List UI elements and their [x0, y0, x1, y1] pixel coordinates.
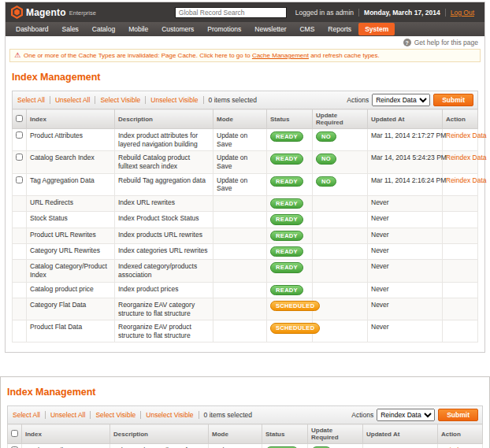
cache-management-link[interactable]: Cache Management: [252, 52, 309, 59]
select-visible-link[interactable]: Select Visible: [90, 411, 140, 419]
row-checkbox[interactable]: [16, 154, 23, 161]
update-required-cell: [313, 212, 368, 228]
column-header-mode[interactable]: Mode: [209, 424, 262, 444]
nav-item-system[interactable]: System: [358, 23, 395, 35]
index-name-cell: URL Redirects: [27, 195, 115, 211]
index-row-catalog-product-price[interactable]: Catalog product priceIndex product price…: [13, 282, 478, 298]
action-cell: Reindex Data: [443, 173, 478, 195]
index-row-product-attributes[interactable]: Product AttributesIndex product attribut…: [8, 444, 483, 448]
select-visible-link[interactable]: Select Visible: [95, 96, 145, 104]
index-row-category-flat-data[interactable]: Category Flat DataReorganize EAV categor…: [13, 298, 478, 320]
nav-item-sales[interactable]: Sales: [56, 23, 85, 35]
index-name-cell: Category URL Rewrites: [27, 243, 115, 259]
select-all-link[interactable]: Select All: [12, 411, 45, 419]
update-required-cell: NO: [313, 173, 368, 195]
submit-button[interactable]: Submit: [433, 94, 473, 106]
help-icon: ?: [403, 39, 411, 46]
nav-item-mobile[interactable]: Mobile: [122, 23, 154, 35]
index-mode-cell: Update on Save: [213, 129, 267, 151]
action-cell: [443, 260, 478, 282]
reindex-data-link[interactable]: Reindex Data: [446, 154, 487, 161]
column-header-action[interactable]: Action: [438, 424, 483, 444]
unselect-all-link[interactable]: Unselect All: [45, 411, 90, 419]
status-cell: READY: [267, 173, 313, 195]
column-header-mode[interactable]: Mode: [213, 109, 267, 129]
admin-window: Magento Enterprise Logged in as admin Mo…: [5, 2, 485, 353]
column-header-description[interactable]: Description: [115, 109, 213, 129]
unselect-all-link[interactable]: Unselect All: [50, 96, 95, 104]
nav-item-newsletter[interactable]: Newsletter: [248, 23, 292, 35]
index-row-category-url-rewrites[interactable]: Category URL RewritesIndex categories UR…: [13, 243, 478, 259]
column-header-updated-at[interactable]: Updated At: [368, 109, 443, 129]
help-link[interactable]: Get help for this page: [414, 39, 478, 46]
row-checkbox-cell[interactable]: [13, 151, 27, 173]
column-header-updated-at[interactable]: Updated At: [363, 424, 438, 444]
header-checkbox-cell: [13, 109, 27, 129]
index-row-stock-status[interactable]: Stock StatusIndex Product Stock StatusRE…: [13, 212, 478, 228]
index-name-cell: Product Attributes: [22, 444, 110, 448]
unselect-visible-link[interactable]: Unselect Visible: [140, 411, 198, 419]
action-cell: [443, 320, 478, 342]
page-title-2: Index Management: [7, 387, 483, 398]
column-header-update-required[interactable]: Update Required: [313, 109, 368, 129]
column-header-index[interactable]: Index: [27, 109, 115, 129]
grid-toolbar-2: Select All Unselect All Select Visible U…: [7, 405, 483, 424]
index-row-product-attributes[interactable]: Product AttributesIndex product attribut…: [13, 129, 478, 151]
index-description-cell: Reorganize EAV product structure to flat…: [115, 320, 213, 342]
update-required-cell: [313, 243, 368, 259]
index-row-product-url-rewrites[interactable]: Product URL RewritesIndex products URL r…: [13, 228, 478, 243]
column-header-status[interactable]: Status: [267, 109, 313, 129]
nav-item-catalog[interactable]: Catalog: [86, 23, 121, 35]
index-mode-cell: Update on Save: [213, 151, 267, 173]
magento-logo[interactable]: Magento Enterprise: [11, 6, 96, 19]
reindex-data-link[interactable]: Reindex Data: [446, 176, 487, 184]
row-checkbox-cell: [13, 212, 27, 228]
submit-button[interactable]: Submit: [438, 409, 478, 421]
select-all-checkbox[interactable]: [11, 430, 18, 437]
row-checkbox-cell[interactable]: [13, 129, 27, 151]
nav-item-cms[interactable]: CMS: [293, 23, 321, 35]
logout-link[interactable]: Log Out: [445, 9, 479, 17]
global-search-input[interactable]: [175, 7, 287, 18]
nav-item-customers[interactable]: Customers: [155, 23, 200, 35]
row-checkbox-cell[interactable]: [8, 444, 22, 448]
index-row-catalog-search-index[interactable]: Catalog Search IndexRebuild Catalog prod…: [13, 151, 478, 173]
unselect-visible-link[interactable]: Unselect Visible: [145, 96, 202, 104]
select-all-link[interactable]: Select All: [17, 96, 50, 104]
column-header-update-required[interactable]: Update Required: [308, 424, 363, 444]
status-badge: READY: [270, 285, 303, 295]
index-row-url-redirects[interactable]: URL RedirectsIndex URL rewritesREADYNeve…: [13, 195, 478, 211]
row-checkbox-cell[interactable]: [13, 173, 27, 195]
index-row-catalog-category-product-index[interactable]: Catalog Category/Product IndexIndexed ca…: [13, 260, 478, 282]
index-name-cell: Product URL Rewrites: [27, 228, 115, 243]
updated-at-cell: Mar 14, 2014 5:24:23 PM: [368, 151, 443, 173]
update-required-badge: NO: [316, 131, 336, 142]
column-header-action[interactable]: Action: [443, 109, 478, 129]
column-header-status[interactable]: Status: [262, 424, 308, 444]
grid-header-row: IndexDescriptionModeStatusUpdate Require…: [8, 424, 483, 444]
cache-notice: ⚠ One or more of the Cache Types are inv…: [9, 49, 481, 62]
column-header-description[interactable]: Description: [110, 424, 209, 444]
status-cell: READY: [267, 129, 313, 151]
actions-select[interactable]: Reindex Data: [372, 94, 430, 106]
nav-item-reports[interactable]: Reports: [321, 23, 358, 35]
row-checkbox[interactable]: [16, 131, 23, 139]
updated-at-cell: Mar 11, 2014 2:16:24 PM: [368, 173, 443, 195]
nav-item-promotions[interactable]: Promotions: [201, 23, 247, 35]
actions-select[interactable]: Reindex Data: [377, 409, 435, 421]
row-checkbox-cell: [13, 282, 27, 298]
index-grid-1: IndexDescriptionModeStatusUpdate Require…: [12, 109, 478, 342]
reindex-data-link[interactable]: Reindex Data: [446, 131, 487, 139]
status-cell: READY: [262, 444, 308, 448]
brand-name: Magento: [26, 7, 66, 18]
index-row-product-flat-data[interactable]: Product Flat DataReorganize EAV product …: [13, 320, 478, 342]
row-checkbox[interactable]: [16, 176, 23, 183]
index-row-tag-aggregation-data[interactable]: Tag Aggregation DataRebuild Tag aggregat…: [13, 173, 478, 195]
nav-item-dashboard[interactable]: Dashboard: [9, 23, 55, 35]
index-management-panel-2: Index Management Select All Unselect All…: [0, 376, 490, 448]
grid-header-row: IndexDescriptionModeStatusUpdate Require…: [13, 109, 478, 129]
column-header-index[interactable]: Index: [22, 424, 110, 444]
help-row: ? Get help for this page: [6, 36, 484, 48]
updated-at-cell: Never: [368, 195, 443, 211]
select-all-checkbox[interactable]: [16, 115, 23, 122]
